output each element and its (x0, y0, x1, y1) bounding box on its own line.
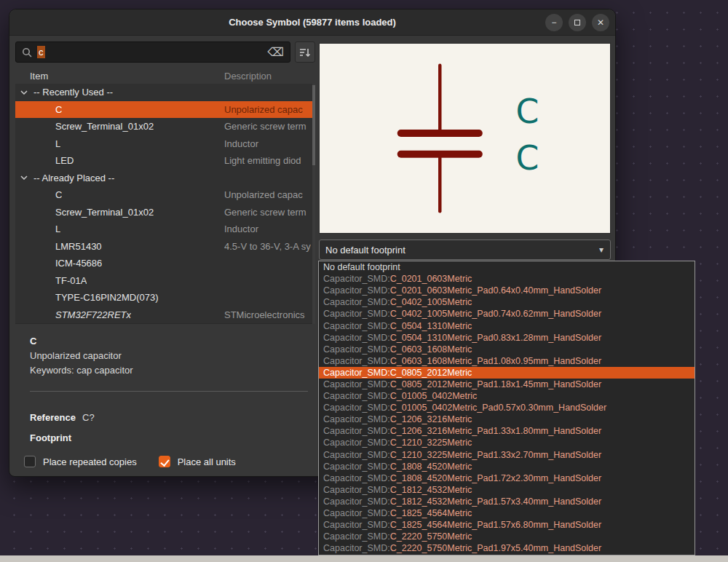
maximize-icon (574, 20, 580, 25)
footprint-option[interactable]: Capacitor_SMD:C_1210_3225Metric_Pad1.33x… (319, 449, 695, 461)
footprint-option[interactable]: Capacitor_SMD:C_1206_3216Metric_Pad1.33x… (319, 425, 695, 437)
capacitor-symbol: C C (320, 44, 610, 233)
footprint-name: C_01005_0402Metric (390, 391, 478, 401)
tree-item[interactable]: Screw_Terminal_01x02 Generic screw term (15, 118, 315, 135)
footprint-option[interactable]: Capacitor_SMD:C_1210_3225Metric (319, 437, 695, 448)
place-all-units-label[interactable]: Place all units (178, 456, 236, 467)
place-all-units-checkbox[interactable] (159, 456, 170, 467)
footprint-lib: Capacitor_SMD: (323, 321, 390, 331)
footprint-option-selected[interactable]: Capacitor_SMD:C_0805_2012Metric (319, 367, 695, 379)
footprint-option[interactable]: Capacitor_SMD:C_0504_1310Metric (319, 320, 695, 331)
column-header-description[interactable]: Description (224, 71, 272, 82)
footprint-option[interactable]: Capacitor_SMD:C_01005_0402Metric_Pad0.57… (319, 402, 695, 413)
footprint-option[interactable]: Capacitor_SMD:C_1812_4532Metric_Pad1.57x… (319, 496, 695, 507)
tree-item-selected[interactable]: C Unpolarized capac (15, 101, 315, 119)
tree-item[interactable]: L Inductor (15, 221, 315, 238)
footprint-name: C_1206_3216Metric (390, 414, 472, 424)
footprint-lib: Capacitor_SMD: (323, 274, 390, 284)
footprint-option[interactable]: Capacitor_SMD:C_0201_0603Metric_Pad0.64x… (319, 285, 695, 296)
footprint-name: C_1808_4520Metric (390, 462, 472, 472)
footprint-lib: Capacitor_SMD: (323, 426, 390, 436)
footprint-lib: Capacitor_SMD: (323, 403, 390, 413)
footprint-option[interactable]: Capacitor_SMD:C_0805_2012Metric_Pad1.18x… (319, 379, 695, 390)
tree-item[interactable]: STM32F722RETx STMicroelectronics (15, 306, 315, 324)
tree-item-name: L (55, 138, 60, 149)
tree-item-name: LMR51430 (55, 241, 102, 252)
tree-item-name: TF-01A (55, 275, 87, 286)
tree-item[interactable]: Screw_Terminal_01x02 Generic screw term (15, 204, 315, 221)
close-icon: ✕ (597, 18, 604, 27)
place-all-units-option: Place all units (159, 456, 236, 467)
footprint-option[interactable]: Capacitor_SMD:C_0201_0603Metric (319, 273, 695, 285)
footprint-option[interactable]: Capacitor_SMD:C_2220_5750Metric (319, 531, 695, 542)
footprint-name: C_1825_4564Metric (390, 508, 472, 518)
footprint-option[interactable]: Capacitor_SMD:C_1808_4520Metric_Pad1.72x… (319, 472, 695, 484)
footprint-name: C_1210_3225Metric_Pad1.33x2.70mm_HandSol… (390, 450, 601, 460)
footprint-lib: Capacitor_SMD: (323, 285, 390, 296)
sort-options-button[interactable] (295, 41, 315, 63)
footprint-option[interactable]: Capacitor_SMD:C_0402_1005Metric (319, 296, 695, 308)
place-repeated-copies-label[interactable]: Place repeated copies (43, 456, 137, 467)
minimize-icon: − (551, 18, 556, 27)
footprint-option[interactable]: Capacitor_SMD:C_1825_4564Metric (319, 507, 695, 519)
footprint-name: C_1812_4532Metric_Pad1.57x3.40mm_HandSol… (390, 496, 601, 507)
search-value: c (37, 46, 45, 58)
tree-group-recently-used[interactable]: -- Recently Used -- (15, 84, 315, 101)
tree-item[interactable]: LMR51430 4.5-V to 36-V, 3-A sy (15, 238, 315, 256)
minimize-button[interactable]: − (545, 14, 563, 31)
tree-item[interactable]: TF-01A (15, 272, 315, 290)
footprint-name: C_2220_5750Metric_Pad1.97x5.40mm_HandSol… (390, 543, 601, 553)
search-input[interactable]: c ⌫ (15, 41, 290, 63)
footprint-combo-value: No default footprint (325, 245, 405, 256)
footprint-lib: Capacitor_SMD: (323, 485, 390, 495)
footprint-option[interactable]: Capacitor_SMD:C_0504_1310Metric_Pad0.83x… (319, 332, 695, 344)
footprint-lib: Capacitor_SMD: (323, 379, 390, 389)
footprint-option[interactable]: Capacitor_SMD:C_1206_3216Metric (319, 413, 695, 425)
window-controls: − ✕ (545, 14, 609, 31)
footprint-lib: Capacitor_SMD: (323, 333, 390, 343)
combo-arrow-icon[interactable]: ▾ (593, 245, 610, 255)
list-scrollbar[interactable] (312, 84, 315, 324)
tree-item[interactable]: LED Light emitting diod (15, 152, 315, 170)
reference-label: Reference (30, 411, 75, 425)
clear-search-icon[interactable]: ⌫ (267, 45, 284, 59)
footprint-lib: Capacitor_SMD: (323, 543, 390, 553)
footprint-combobox[interactable]: No default footprint ▾ (319, 240, 611, 260)
titlebar[interactable]: Choose Symbol (59877 items loaded) − ✕ (9, 9, 615, 36)
search-row: c ⌫ (15, 41, 315, 63)
tree-item-desc: Generic screw term (224, 207, 314, 218)
symbol-preview-canvas: C C (319, 43, 611, 234)
footprint-option[interactable]: Capacitor_SMD:C_01005_0402Metric (319, 390, 695, 402)
tree-group-already-placed[interactable]: -- Already Placed -- (15, 170, 315, 187)
footprint-lib: Capacitor_SMD: (323, 462, 390, 472)
symbol-list-pane: c ⌫ Item Description -- Recently Used --… (15, 36, 315, 470)
tree-group-label: -- Recently Used -- (33, 87, 113, 98)
maximize-button[interactable] (569, 14, 586, 31)
footprint-option[interactable]: Capacitor_SMD:C_2220_5750Metric_Pad1.97x… (319, 542, 695, 554)
footprint-option[interactable]: Capacitor_SMD:C_0402_1005Metric_Pad0.74x… (319, 308, 695, 320)
placement-options: Place repeated copies Place all units (24, 454, 315, 469)
place-repeated-copies-checkbox[interactable] (24, 456, 36, 467)
footprint-name: C_01005_0402Metric_Pad0.57x0.30mm_HandSo… (390, 403, 606, 413)
footprint-option[interactable]: Capacitor_SMD:C_1825_4564Metric_Pad1.57x… (319, 519, 695, 531)
tree-item[interactable]: TYPE-C16PIN2MD(073) (15, 289, 315, 306)
footprint-lib: Capacitor_SMD: (323, 391, 390, 401)
footprint-option[interactable]: Capacitor_SMD:C_1812_4532Metric (319, 484, 695, 496)
chevron-down-icon[interactable] (20, 175, 28, 180)
footprint-option[interactable]: Capacitor_SMD:C_1808_4520Metric (319, 461, 695, 472)
column-header-item[interactable]: Item (30, 71, 48, 82)
footprint-name: C_2220_5750Metric (390, 531, 472, 542)
footprint-option[interactable]: Capacitor_SMD:C_0603_1608Metric (319, 344, 695, 355)
tree-item[interactable]: ICM-45686 (15, 255, 315, 272)
footprint-option[interactable]: Capacitor_SMD:C_0603_1608Metric_Pad1.08x… (319, 355, 695, 367)
tree-item-desc: STMicroelectronics (224, 309, 314, 320)
close-button[interactable]: ✕ (592, 14, 609, 31)
chevron-down-icon[interactable] (20, 90, 28, 95)
tree-item-name: C (55, 189, 62, 200)
tree-item[interactable]: C Unpolarized capac (15, 186, 315, 204)
footprint-option[interactable]: No default footprint (319, 261, 695, 273)
symbol-tree: -- Recently Used -- C Unpolarized capac … (15, 84, 315, 324)
tree-item[interactable]: L Inductor (15, 135, 315, 153)
sort-icon (299, 47, 311, 58)
scrollbar-thumb[interactable] (312, 85, 315, 165)
